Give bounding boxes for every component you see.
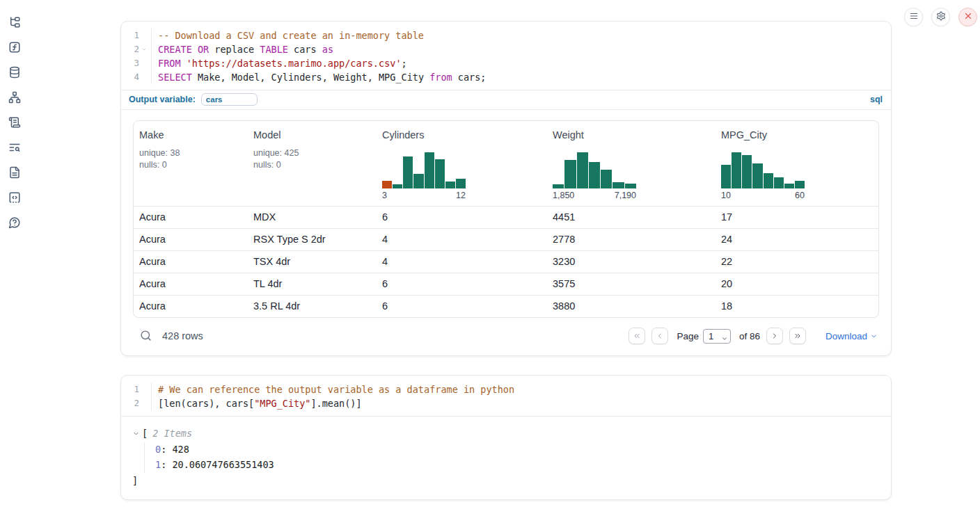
column-header-weight[interactable]: Weight1,8507,190	[547, 121, 716, 206]
token-plain: Make, Model, Cylinders, Weight, MPG_City	[192, 72, 429, 83]
first-page-button[interactable]	[629, 328, 645, 344]
code-square-icon[interactable]	[8, 191, 21, 204]
function-square-icon[interactable]	[8, 41, 21, 54]
text-search-icon[interactable]	[8, 141, 21, 154]
histogram-bar[interactable]	[435, 159, 445, 188]
table-cell: Acura	[134, 229, 248, 250]
column-header-model[interactable]: Modelunique: 425nulls: 0	[248, 121, 377, 206]
histogram-bar[interactable]	[774, 177, 784, 188]
token-plain	[192, 44, 198, 55]
help-bubble-icon[interactable]	[8, 216, 21, 229]
table-cell: RSX Type S 2dr	[248, 229, 377, 250]
histogram-bar[interactable]	[612, 182, 624, 188]
histogram-bar[interactable]	[601, 170, 612, 188]
column-header-cylinders[interactable]: Cylinders312	[377, 121, 547, 206]
line-number: 2	[121, 396, 139, 410]
table-cell: 4	[377, 251, 547, 273]
collapse-chevron-icon[interactable]	[132, 430, 141, 438]
row-count: 428 rows	[162, 330, 203, 341]
entry-index: 0	[155, 444, 161, 455]
histogram-max-label: 7,190	[615, 191, 636, 200]
prev-page-button[interactable]	[651, 328, 668, 344]
code-text: CREATE OR replace TABLE cars as	[151, 42, 891, 56]
entry-colon: :	[161, 444, 172, 455]
code-text: [len(cars), cars["MPG_City"].mean()]	[151, 396, 891, 410]
histogram-bar[interactable]	[625, 184, 636, 188]
items-count-label: 2 Items	[152, 426, 192, 442]
table-cell: 17	[716, 207, 878, 228]
histogram-bar[interactable]	[764, 173, 773, 188]
fold-chevron-icon[interactable]	[139, 42, 149, 56]
column-header-make[interactable]: Makeunique: 38nulls: 0	[134, 121, 248, 206]
python-code-editor[interactable]: 1# We can reference the output variable …	[121, 376, 891, 416]
output-variable-input[interactable]	[201, 93, 258, 106]
token-plain: cars	[288, 44, 322, 55]
sql-cell: 1-- Download a CSV and create an in-memo…	[120, 21, 892, 356]
chevron-down-icon	[870, 332, 878, 340]
histogram-bar[interactable]	[382, 181, 392, 188]
settings-button[interactable]	[931, 8, 950, 26]
histogram-bar[interactable]	[445, 182, 455, 188]
line-number: 1	[121, 383, 139, 396]
histogram-bars	[721, 152, 805, 188]
table-output: Makeunique: 38nulls: 0Modelunique: 425nu…	[121, 109, 891, 355]
table-cell: 18	[716, 296, 878, 317]
column-header-mpg_city[interactable]: MPG_City1060	[716, 121, 878, 206]
table-row: AcuraRSX Type S 2dr4277824	[134, 228, 878, 250]
close-icon	[963, 11, 973, 23]
column-name: Cylinders	[382, 129, 542, 140]
histogram-bar[interactable]	[425, 152, 434, 188]
table-row: AcuraTSX 4dr4323022	[134, 250, 878, 273]
token-keyword: as	[322, 44, 333, 55]
file-tree-icon[interactable]	[8, 16, 21, 29]
table-cell: 4	[377, 229, 547, 250]
output-variable-label: Output variable:	[129, 95, 196, 104]
code-line: 2[len(cars), cars["MPG_City"].mean()]	[121, 396, 891, 410]
histogram-bar[interactable]	[553, 184, 564, 188]
code-text: -- Download a CSV and create an in-memor…	[151, 29, 891, 42]
page-select-wrap: 1	[703, 329, 731, 344]
top-right-controls	[904, 8, 977, 26]
search-icon[interactable]	[140, 330, 152, 342]
table-cell: 20	[716, 273, 878, 295]
histogram-bar[interactable]	[732, 152, 741, 188]
token-plain	[181, 58, 187, 69]
scroll-text-icon[interactable]	[8, 116, 21, 129]
page-select[interactable]: 1	[703, 329, 731, 344]
histogram-bar[interactable]	[795, 181, 805, 188]
histogram-bar[interactable]	[589, 162, 600, 188]
histogram-bar[interactable]	[784, 184, 794, 188]
network-icon[interactable]	[8, 91, 21, 104]
table-cell: 6	[377, 207, 547, 228]
next-page-button[interactable]	[766, 328, 783, 344]
histogram-bar[interactable]	[393, 184, 402, 188]
table-row: AcuraMDX6445117	[134, 206, 878, 228]
histogram-axis-labels: 312	[382, 191, 466, 200]
histogram-bar[interactable]	[403, 156, 413, 188]
table-cell: 6	[377, 296, 547, 317]
table-cell: MDX	[248, 207, 377, 228]
histogram-bar[interactable]	[413, 174, 423, 188]
histogram-bar[interactable]	[742, 155, 752, 188]
histogram-bar[interactable]	[456, 179, 466, 188]
database-icon[interactable]	[8, 66, 21, 79]
histogram-bar[interactable]	[577, 152, 588, 188]
file-text-icon[interactable]	[8, 166, 21, 179]
sql-code-editor[interactable]: 1-- Download a CSV and create an in-memo…	[121, 22, 891, 90]
column-name: Make	[139, 129, 242, 140]
histogram-bar[interactable]	[752, 163, 762, 188]
stat-line: nulls: 0	[139, 159, 242, 171]
token-keyword: TABLE	[260, 44, 288, 55]
token-keyword: from	[429, 72, 452, 83]
table-cell: 3575	[547, 273, 716, 295]
histogram-bars	[382, 152, 466, 188]
menu-button[interactable]	[904, 8, 923, 26]
histogram-bar[interactable]	[564, 160, 576, 188]
download-button[interactable]: Download	[825, 331, 878, 341]
close-button[interactable]	[958, 8, 977, 26]
histogram-bar[interactable]	[721, 165, 731, 188]
token-keyword: OR	[198, 44, 209, 55]
last-page-button[interactable]	[789, 328, 806, 344]
table-cell: 4451	[547, 207, 716, 228]
list-output: [2 Items0: 4281: 20.060747663551403]	[121, 416, 891, 499]
